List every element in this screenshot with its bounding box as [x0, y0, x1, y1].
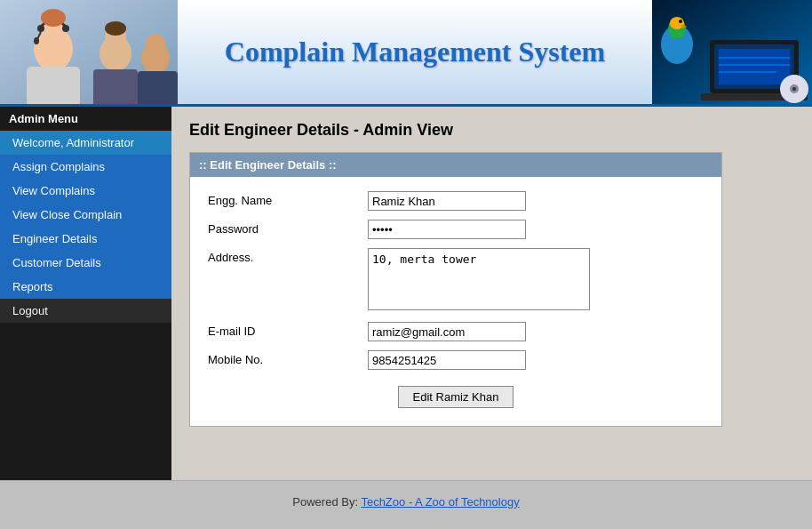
- address-textarea[interactable]: 10, merta tower: [368, 248, 590, 310]
- sidebar-item-logout[interactable]: Logout: [0, 299, 171, 323]
- page-header: Complain Management System: [0, 0, 812, 107]
- submit-row: Edit Ramiz Khan: [208, 379, 704, 408]
- content-area: Edit Engineer Details - Admin View :: Ed…: [171, 107, 812, 480]
- address-row: Address. 10, merta tower: [208, 248, 704, 313]
- svg-point-5: [62, 25, 69, 32]
- svg-rect-15: [138, 71, 178, 107]
- password-input[interactable]: [368, 220, 526, 239]
- engg-name-row: Engg. Name: [208, 191, 704, 211]
- edit-engineer-form-box: :: Edit Engineer Details :: Engg. Name P…: [189, 152, 722, 427]
- engg-name-input[interactable]: [368, 191, 526, 211]
- admin-menu-label: Admin Menu: [0, 107, 171, 131]
- svg-rect-23: [719, 49, 790, 84]
- svg-point-7: [34, 37, 39, 44]
- footer-link[interactable]: TechZoo - A Zoo of Technology: [361, 495, 519, 509]
- header-right-image: [652, 0, 812, 107]
- svg-point-4: [37, 25, 44, 32]
- email-input[interactable]: [368, 322, 526, 341]
- svg-point-20: [679, 20, 682, 23]
- mobile-row: Mobile No.: [208, 350, 704, 370]
- sidebar-item-assign-complains[interactable]: Assign Complains: [0, 155, 171, 179]
- sidebar-item-view-complains[interactable]: View Complains: [0, 179, 171, 203]
- mobile-input[interactable]: [368, 350, 526, 370]
- form-box-header: :: Edit Engineer Details ::: [190, 153, 721, 177]
- address-field[interactable]: 10, merta tower: [368, 248, 590, 313]
- page-title: Edit Engineer Details - Admin View: [189, 121, 794, 140]
- app-title: Complain Management System: [225, 36, 605, 68]
- password-row: Password: [208, 220, 704, 239]
- submit-button[interactable]: Edit Ramiz Khan: [398, 386, 514, 408]
- footer: Powered By: TechZoo - A Zoo of Technolog…: [0, 480, 812, 517]
- engg-name-label: Engg. Name: [208, 191, 368, 207]
- header-center: Complain Management System: [178, 0, 652, 104]
- email-field[interactable]: [368, 322, 526, 341]
- mobile-field[interactable]: [368, 350, 526, 370]
- sidebar-item-view-close-complain[interactable]: View Close Complain: [0, 203, 171, 227]
- sidebar: Admin Menu Welcome, Administrator Assign…: [0, 107, 171, 480]
- footer-text: Powered By:: [292, 495, 361, 509]
- email-row: E-mail ID: [208, 322, 704, 341]
- engg-name-field[interactable]: [368, 191, 526, 211]
- sidebar-item-welcome[interactable]: Welcome, Administrator: [0, 131, 171, 155]
- email-label: E-mail ID: [208, 322, 368, 338]
- sidebar-item-engineer-details[interactable]: Engineer Details: [0, 227, 171, 251]
- sidebar-item-customer-details[interactable]: Customer Details: [0, 251, 171, 275]
- password-field[interactable]: [368, 220, 526, 239]
- svg-point-30: [792, 87, 796, 91]
- mobile-label: Mobile No.: [208, 350, 368, 366]
- svg-point-14: [146, 34, 165, 55]
- main-wrapper: Admin Menu Welcome, Administrator Assign…: [0, 107, 812, 480]
- svg-rect-3: [27, 67, 80, 107]
- svg-rect-11: [93, 69, 138, 107]
- sidebar-item-reports[interactable]: Reports: [0, 275, 171, 299]
- header-left-image: [0, 0, 178, 107]
- form-content: Engg. Name Password Address. 10: [190, 177, 721, 426]
- address-label: Address.: [208, 248, 368, 264]
- svg-point-12: [105, 21, 126, 36]
- password-label: Password: [208, 220, 368, 236]
- svg-point-8: [41, 9, 66, 27]
